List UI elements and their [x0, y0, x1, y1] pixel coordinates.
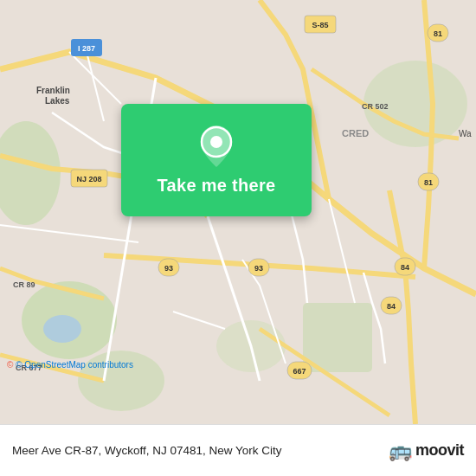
bottom-bar: Meer Ave CR-87, Wyckoff, NJ 07481, New Y…	[0, 424, 476, 476]
moovit-logo: 🚌 moovit	[389, 440, 464, 462]
svg-text:93: 93	[164, 264, 173, 273]
map-container: I 287 S-85 81 CR 502 NJ 208 81 93 93 84 …	[0, 0, 476, 424]
osm-icon: ©	[7, 360, 13, 370]
svg-text:CR 502: CR 502	[362, 102, 389, 111]
svg-text:I 287: I 287	[78, 44, 95, 53]
svg-text:Lakes: Lakes	[45, 96, 70, 106]
svg-text:Franklin: Franklin	[36, 86, 70, 95]
svg-text:CRED: CRED	[342, 128, 369, 138]
svg-text:CR 89: CR 89	[13, 280, 35, 289]
location-card[interactable]: Take me there	[121, 104, 312, 216]
svg-text:S-85: S-85	[312, 21, 328, 29]
svg-rect-3	[303, 303, 372, 372]
svg-text:Wa: Wa	[459, 129, 472, 138]
svg-text:81: 81	[434, 29, 442, 38]
moovit-text: moovit	[415, 441, 464, 460]
svg-text:84: 84	[387, 302, 396, 311]
location-pin-icon	[199, 125, 234, 169]
svg-text:81: 81	[424, 178, 433, 187]
address-text: Meer Ave CR-87, Wyckoff, NJ 07481, New Y…	[12, 444, 389, 457]
osm-link[interactable]: © OpenStreetMap contributors	[16, 360, 133, 370]
take-me-there-button[interactable]: Take me there	[158, 176, 276, 196]
svg-text:84: 84	[401, 263, 409, 272]
osm-credit: © © OpenStreetMap contributors	[7, 360, 133, 370]
svg-point-37	[210, 136, 222, 148]
svg-text:667: 667	[293, 367, 306, 376]
svg-text:93: 93	[254, 264, 263, 273]
svg-text:NJ 208: NJ 208	[76, 175, 101, 183]
moovit-bus-icon: 🚌	[389, 440, 412, 462]
svg-point-7	[43, 315, 81, 343]
